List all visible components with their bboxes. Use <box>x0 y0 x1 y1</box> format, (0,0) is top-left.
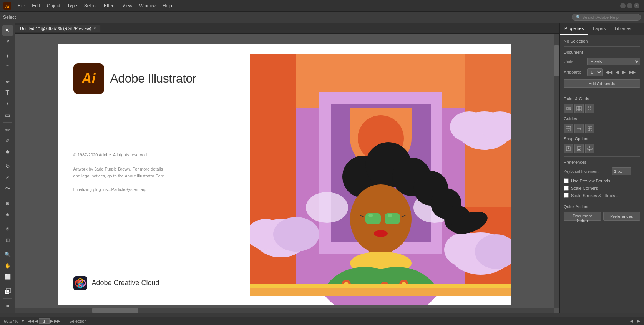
blob-brush-btn[interactable]: ⬟ <box>2 147 13 157</box>
svg-rect-96 <box>588 148 592 149</box>
preferences-btn[interactable]: Preferences <box>603 212 641 221</box>
next-artboard-last-btn[interactable]: ▶▶ <box>54 319 60 323</box>
direct-selection-btn[interactable]: ↗ <box>2 36 13 47</box>
guides-icon-btn-2[interactable] <box>574 124 584 133</box>
hand-icon: ✋ <box>5 263 11 269</box>
snap-icon-btn-2[interactable] <box>574 144 584 153</box>
scale-strokes-label: Scale Strokes & Effects ... <box>571 193 620 198</box>
shape-builder-btn[interactable]: ⊕ <box>2 209 13 220</box>
next-artboard-btn[interactable]: ▶ <box>50 319 53 323</box>
svg-point-52 <box>388 214 392 217</box>
tab-close-btn[interactable]: × <box>93 26 96 30</box>
grid-icon-btn[interactable] <box>574 104 584 113</box>
keyboard-increment-input[interactable]: 1 px <box>612 167 631 175</box>
keyboard-increment-label: Keyboard Increment: <box>564 169 610 174</box>
preferences-section-title: Preferences <box>564 160 640 164</box>
artboard-prev-btn[interactable]: ◀ <box>615 69 620 76</box>
tab-layers[interactable]: Layers <box>588 23 610 35</box>
pixel-grid-icon-btn[interactable] <box>585 104 594 113</box>
splash-logo-area: Ai Adobe Illustrator <box>73 63 235 94</box>
svg-rect-80 <box>590 109 591 110</box>
panel-divider-3 <box>564 156 640 157</box>
tab-libraries[interactable]: Libraries <box>610 23 636 35</box>
scale-corners-checkbox[interactable] <box>564 186 569 191</box>
menu-file[interactable]: File <box>15 2 28 10</box>
canvas-scroll[interactable]: Ai Adobe Illustrator © 1987-2020 Adobe. … <box>15 34 554 308</box>
warp-btn[interactable]: 〜 <box>2 184 13 194</box>
artboard-number-input[interactable] <box>39 318 50 324</box>
guides-icon-btn-3[interactable] <box>585 124 594 133</box>
menu-help[interactable]: Help <box>159 2 175 10</box>
more-tools-btn[interactable]: ••• <box>2 301 13 311</box>
snap-options-section: Snap Options <box>564 136 640 141</box>
zoom-btn[interactable]: 🔍 <box>2 249 13 260</box>
document-tab[interactable]: Untitled-1* @ 66.67 % (RGB/Preview) × <box>15 25 101 32</box>
menu-bar: Ai File Edit Object Type Select Effect V… <box>0 0 644 12</box>
status-bar-toggle-btn[interactable]: ◀ <box>630 319 633 323</box>
prev-artboard-first-btn[interactable]: ◀◀ <box>28 319 34 323</box>
vertical-scrollbar[interactable] <box>554 34 559 308</box>
menu-object[interactable]: Object <box>44 2 63 10</box>
pen-btn[interactable]: ✒ <box>2 77 13 87</box>
zoom-icon: 🔍 <box>5 252 11 257</box>
restore-btn[interactable]: □ <box>627 3 632 8</box>
zoom-dropdown-btn[interactable]: ▾ <box>22 318 24 323</box>
panel-tabs: Properties Layers Libraries <box>560 23 644 35</box>
menu-select[interactable]: Select <box>81 2 100 10</box>
use-preview-bounds-checkbox[interactable] <box>564 178 569 183</box>
snap-icon-btn-3[interactable] <box>585 144 594 153</box>
menu-type[interactable]: Type <box>64 2 80 10</box>
svg-rect-46 <box>365 213 381 224</box>
hand-btn[interactable]: ✋ <box>2 260 13 271</box>
warp-icon: 〜 <box>5 185 10 192</box>
direct-selection-icon: ↗ <box>5 38 10 45</box>
prev-artboard-btn[interactable]: ◀ <box>35 319 38 323</box>
free-transform-btn[interactable]: ⊞ <box>2 198 13 209</box>
svg-point-91 <box>568 148 569 149</box>
menu-edit[interactable]: Edit <box>29 2 43 10</box>
artboard-btn[interactable]: ⬜ <box>2 272 13 282</box>
use-preview-bounds-row: Use Preview Bounds <box>564 178 640 183</box>
search-bar[interactable]: 🔍 Search Adobe Help <box>572 14 641 21</box>
scale-btn[interactable]: ⤢ <box>2 172 13 183</box>
status-bar-toggle-btn2[interactable]: ▶ <box>637 319 640 323</box>
magic-wand-btn[interactable]: ✦ <box>2 51 13 61</box>
tab-properties[interactable]: Properties <box>560 23 588 35</box>
menu-view[interactable]: View <box>120 2 136 10</box>
menu-effect[interactable]: Effect <box>101 2 118 10</box>
ruler-icon-btn[interactable] <box>564 104 573 113</box>
fill-stroke-btn[interactable] <box>2 286 13 297</box>
edit-artboards-btn[interactable]: Edit Artboards <box>564 79 640 88</box>
menu-window[interactable]: Window <box>136 2 159 10</box>
document-setup-btn[interactable]: Document Setup <box>564 212 601 221</box>
artboard-select[interactable]: 1 <box>587 68 603 76</box>
artboard-prev-first-btn[interactable]: ◀◀ <box>605 69 613 76</box>
artboard-next-btn[interactable]: ▶ <box>621 69 626 76</box>
splash-illustration <box>250 44 511 305</box>
document-section-title: Document <box>564 50 640 55</box>
snap-icon-btn-1[interactable] <box>564 144 573 153</box>
pencil-btn[interactable]: ✐ <box>2 136 13 146</box>
close-btn[interactable]: × <box>634 3 639 8</box>
selection-tool-btn[interactable]: ↖ <box>2 25 13 36</box>
units-select[interactable]: Pixels <box>587 58 640 65</box>
guides-icon-btn-1[interactable] <box>564 124 573 133</box>
horizontal-scrollbar[interactable] <box>15 308 554 313</box>
minimize-btn[interactable]: ─ <box>620 3 626 8</box>
artboard-icon: ⬜ <box>5 274 11 280</box>
artboard-next-last-btn[interactable]: ▶▶ <box>628 69 636 76</box>
line-btn[interactable]: / <box>2 99 13 109</box>
quick-actions-row: Document Setup Preferences <box>564 212 640 223</box>
eyedropper-btn[interactable]: ✆ <box>2 224 13 234</box>
panel-divider-1 <box>564 46 640 47</box>
rotate-btn[interactable]: ↻ <box>2 161 13 172</box>
magic-wand-icon: ✦ <box>5 53 10 59</box>
gradient-btn[interactable]: ◫ <box>2 235 13 245</box>
rectangle-btn[interactable]: ▭ <box>2 110 13 120</box>
type-btn[interactable]: T <box>2 88 13 98</box>
paintbrush-btn[interactable]: ✏ <box>2 124 13 135</box>
scale-strokes-checkbox[interactable] <box>564 193 569 198</box>
svg-rect-2 <box>5 290 9 294</box>
lasso-btn[interactable]: ⌒ <box>2 62 13 73</box>
svg-point-94 <box>578 148 580 150</box>
